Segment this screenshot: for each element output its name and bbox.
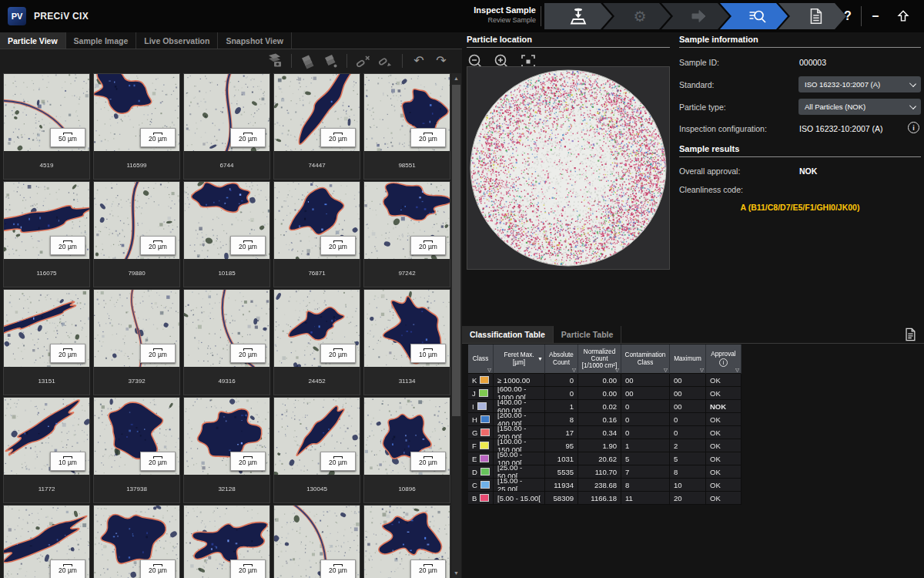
particle-id: 116599	[94, 151, 179, 179]
remove-connection-icon[interactable]	[355, 52, 372, 69]
particle-thumbnail[interactable]: 20 µm	[183, 505, 270, 578]
normalized-count-cell: 0.00	[578, 387, 621, 400]
particle-image: 10 µm	[4, 398, 89, 475]
sample-map[interactable]	[467, 67, 669, 269]
table-row[interactable]: H[200.00 - 400.00[80.1600OK	[468, 413, 742, 426]
particle-thumbnail[interactable]: 20 µm	[273, 505, 360, 578]
column-header-normalized-count[interactable]: Normalized Count [1/1000 cm²]▽	[578, 344, 621, 374]
workflow-substep-name: Review Sample	[459, 16, 536, 25]
scroll-down-icon[interactable]: ▼	[451, 568, 461, 578]
particle-thumbnail[interactable]: 50 µm4519	[3, 73, 90, 180]
particle-thumbnail[interactable]: 20 µm6744	[183, 73, 270, 180]
scale-label: 20 µm	[329, 459, 347, 466]
capture-particle-image-icon[interactable]	[266, 52, 283, 69]
particle-thumbnail[interactable]: 20 µm13151	[3, 289, 90, 395]
particle-thumbnail[interactable]: 20 µm49316	[183, 289, 270, 395]
particle-image: 20 µm	[364, 182, 450, 259]
column-header-class[interactable]: Class▽	[468, 344, 494, 374]
particle-thumbnail[interactable]: 20 µm	[363, 505, 450, 578]
table-row[interactable]: I[400.00 - 600.00[10.02000NOK	[468, 400, 742, 413]
tab-snapshot-view[interactable]: Snapshot View	[218, 32, 292, 49]
workflow-step-settings[interactable]: ⚙	[603, 3, 671, 29]
normalized-count-cell: 0.34	[578, 426, 621, 439]
maximum-cell: 8	[670, 465, 706, 479]
particle-thumbnail[interactable]: 20 µm10185	[183, 181, 270, 287]
table-row[interactable]: C[15.00 - 25.00[11934238.68810OK	[468, 479, 742, 492]
table-row[interactable]: K≥ 1000.0000.000000OK	[468, 374, 742, 387]
filter-icon[interactable]: ▽	[735, 367, 739, 372]
merge-particles-icon[interactable]	[300, 52, 316, 69]
divider	[402, 54, 403, 68]
tab-sample-image[interactable]: Sample Image	[66, 32, 137, 49]
particle-thumbnail[interactable]: 20 µm98551	[363, 73, 450, 180]
column-header-contamination-class[interactable]: Contamination Class▽	[621, 344, 670, 374]
tab-particle-table[interactable]: Particle Table	[554, 326, 622, 343]
table-row[interactable]: D[25.00 - 50.00[5535110.7078OK	[468, 465, 742, 479]
tab-live-observation[interactable]: Live Observation	[136, 32, 218, 49]
split-particle-icon[interactable]	[322, 52, 339, 69]
scrollbar-thumb[interactable]	[452, 85, 460, 416]
particle-thumbnail[interactable]: 20 µm116075	[3, 181, 90, 287]
class-color-swatch	[480, 428, 490, 436]
help-button[interactable]: ?	[838, 6, 858, 26]
filter-icon[interactable]: ▽	[487, 367, 491, 372]
info-icon[interactable]: i	[719, 358, 728, 367]
column-header-approval[interactable]: Approvali▽	[706, 344, 742, 374]
particle-thumbnail[interactable]: 20 µm130045	[273, 397, 360, 503]
particle-image: 20 µm	[94, 74, 179, 151]
particle-thumbnail[interactable]: 10 µm31134	[363, 289, 450, 395]
particle-thumbnail[interactable]: 20 µm10896	[363, 397, 450, 503]
minimize-button[interactable]: –	[865, 6, 886, 26]
particle-thumbnail[interactable]: 20 µm137938	[93, 397, 180, 503]
particle-thumbnail[interactable]: 20 µm	[93, 505, 180, 578]
thumbnail-scrollbar[interactable]: ▲ ▼	[451, 73, 461, 578]
column-header-maximum[interactable]: Maximum▽	[670, 344, 706, 374]
particle-thumbnail[interactable]: 20 µm76871	[273, 181, 360, 287]
exit-icon[interactable]	[893, 6, 913, 26]
scale-bar: 20 µm	[410, 236, 446, 255]
filter-icon[interactable]: ▽	[664, 367, 668, 372]
inspection-config-label: Inspection configuration:	[679, 124, 767, 133]
particle-type-dropdown[interactable]: All Particles (NOK)	[798, 99, 921, 115]
scale-bar: 20 µm	[230, 452, 266, 471]
table-row[interactable]: E[50.00 - 100.00[103120.6255OK	[468, 452, 742, 465]
standard-dropdown[interactable]: ISO 16232-10:2007 (A)	[798, 76, 921, 92]
particle-thumbnail[interactable]: 10 µm11772	[3, 397, 90, 503]
draw-connection-icon[interactable]	[377, 52, 394, 69]
scale-bar: 20 µm	[230, 344, 266, 363]
particle-thumbnail[interactable]: 20 µm37392	[93, 289, 180, 395]
scale-label: 10 µm	[419, 351, 437, 358]
export-report-icon[interactable]	[903, 328, 918, 342]
workflow-step-load-sample[interactable]	[544, 3, 612, 29]
particle-thumbnail[interactable]: 20 µm32128	[183, 397, 270, 503]
table-row[interactable]: J[600.00 - 1000.00[00.000000OK	[468, 387, 742, 400]
workflow-step-transfer[interactable]	[661, 3, 729, 29]
workflow-step-review[interactable]	[720, 3, 788, 29]
particle-thumbnail[interactable]: 20 µm24452	[273, 289, 360, 395]
info-icon[interactable]: i	[908, 122, 919, 133]
column-header-feret-max[interactable]: Feret Max. [µm]▼	[494, 344, 545, 374]
particle-id: 79880	[94, 259, 179, 287]
redo-icon[interactable]: ↷	[433, 52, 450, 69]
particle-thumbnail[interactable]: 20 µm	[3, 505, 90, 578]
filter-icon[interactable]: ▽	[572, 367, 576, 372]
table-row[interactable]: F[100.00 - 150.00[951.9012OK	[468, 439, 742, 452]
undo-icon[interactable]: ↶	[410, 52, 427, 69]
particle-id: 10896	[364, 475, 450, 502]
scale-bar: 20 µm	[140, 236, 176, 255]
particle-thumbnail[interactable]: 20 µm116599	[93, 73, 180, 180]
table-row[interactable]: G[150.00 - 200.00[170.3400OK	[468, 426, 742, 439]
table-row[interactable]: B[5.00 - 15.00[583091166.181120OK	[468, 492, 742, 505]
filter-icon[interactable]: ▽	[615, 367, 619, 372]
tab-classification-table[interactable]: Classification Table	[462, 326, 554, 343]
tab-particle-view[interactable]: Particle View	[0, 32, 66, 49]
workflow-step-report[interactable]	[778, 3, 846, 29]
divider	[541, 6, 541, 26]
particle-thumbnail[interactable]: 20 µm74447	[273, 73, 360, 180]
particle-thumbnail[interactable]: 20 µm79880	[93, 181, 180, 287]
filter-icon[interactable]: ▽	[700, 367, 704, 372]
column-header-absolute-count[interactable]: Absolute Count▽	[545, 344, 578, 374]
class-color-swatch	[479, 389, 488, 397]
scroll-up-icon[interactable]: ▲	[451, 73, 461, 83]
particle-thumbnail[interactable]: 20 µm97242	[363, 181, 450, 287]
